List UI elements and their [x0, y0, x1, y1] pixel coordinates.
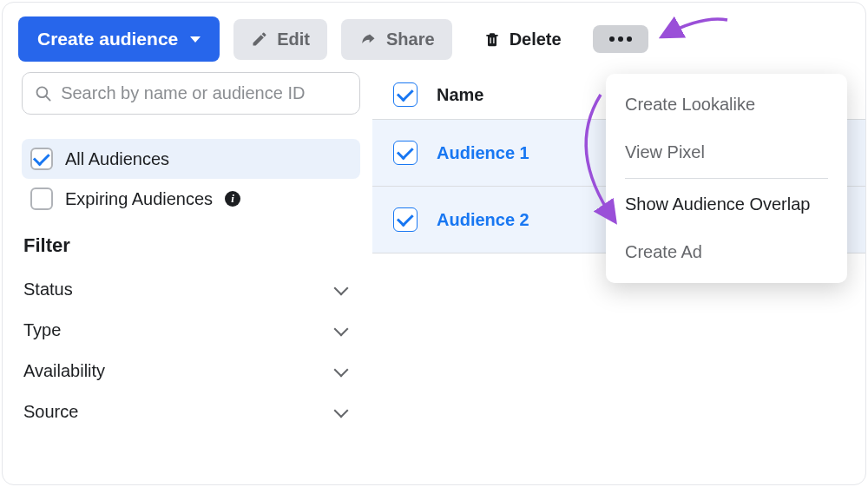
create-audience-label: Create audience [37, 29, 178, 49]
chevron-down-icon [334, 280, 349, 295]
column-header-name: Name [437, 85, 483, 105]
search-input[interactable] [61, 83, 347, 103]
audience-name-link[interactable]: Audience 1 [437, 143, 529, 163]
trash-icon [483, 30, 501, 49]
checkbox-all-audiences[interactable] [30, 148, 53, 170]
search-input-wrapper[interactable] [22, 72, 360, 115]
caret-down-icon [190, 36, 201, 43]
info-icon[interactable]: i [225, 191, 240, 207]
filter-label: Status [23, 280, 73, 299]
edit-label: Edit [277, 30, 310, 49]
select-all-checkbox[interactable] [393, 82, 418, 107]
ellipsis-icon [608, 36, 633, 43]
chevron-down-icon [334, 403, 349, 418]
sidebar-item-label: Expiring Audiences [65, 189, 213, 209]
svg-point-3 [618, 36, 623, 42]
filter-heading: Filter [23, 234, 360, 257]
filter-type[interactable]: Type [22, 310, 360, 351]
delete-button[interactable]: Delete [466, 19, 579, 60]
sidebar-item-all-audiences[interactable]: All Audiences [22, 139, 360, 179]
more-actions-button[interactable] [593, 25, 648, 53]
checkbox-expiring-audiences[interactable] [30, 188, 53, 210]
filter-status[interactable]: Status [22, 269, 360, 310]
filter-label: Availability [23, 361, 105, 381]
svg-line-6 [46, 95, 50, 100]
filter-source[interactable]: Source [22, 392, 360, 432]
share-arrow-icon [358, 30, 378, 48]
dropdown-divider [625, 178, 828, 179]
pencil-icon [251, 30, 268, 48]
sidebar-item-expiring-audiences[interactable]: Expiring Audiences i [22, 179, 360, 219]
audience-name-link[interactable]: Audience 2 [437, 210, 529, 230]
chevron-down-icon [334, 362, 349, 377]
row-checkbox[interactable] [393, 207, 418, 232]
dropdown-create-lookalike[interactable]: Create Lookalike [606, 81, 847, 128]
dropdown-show-audience-overlap[interactable]: Show Audience Overlap [606, 181, 847, 228]
search-icon [35, 84, 52, 103]
svg-point-4 [627, 36, 632, 42]
sidebar-item-label: All Audiences [65, 149, 169, 169]
delete-label: Delete [510, 30, 562, 49]
share-button[interactable]: Share [341, 19, 452, 60]
filter-label: Source [23, 402, 78, 422]
row-checkbox[interactable] [393, 141, 418, 165]
filter-availability[interactable]: Availability [22, 351, 360, 392]
svg-point-2 [609, 36, 615, 42]
more-actions-dropdown: Create Lookalike View Pixel Show Audienc… [606, 74, 847, 283]
dropdown-view-pixel[interactable]: View Pixel [606, 128, 847, 176]
dropdown-create-ad[interactable]: Create Ad [606, 228, 847, 276]
chevron-down-icon [334, 321, 349, 336]
filter-label: Type [23, 320, 61, 340]
share-label: Share [386, 30, 435, 49]
edit-button[interactable]: Edit [233, 19, 327, 60]
svg-rect-1 [493, 37, 494, 43]
svg-rect-0 [490, 37, 490, 43]
create-audience-button[interactable]: Create audience [18, 16, 220, 62]
audience-type-list: All Audiences Expiring Audiences i [22, 139, 360, 219]
sidebar: All Audiences Expiring Audiences i Filte… [3, 72, 372, 446]
